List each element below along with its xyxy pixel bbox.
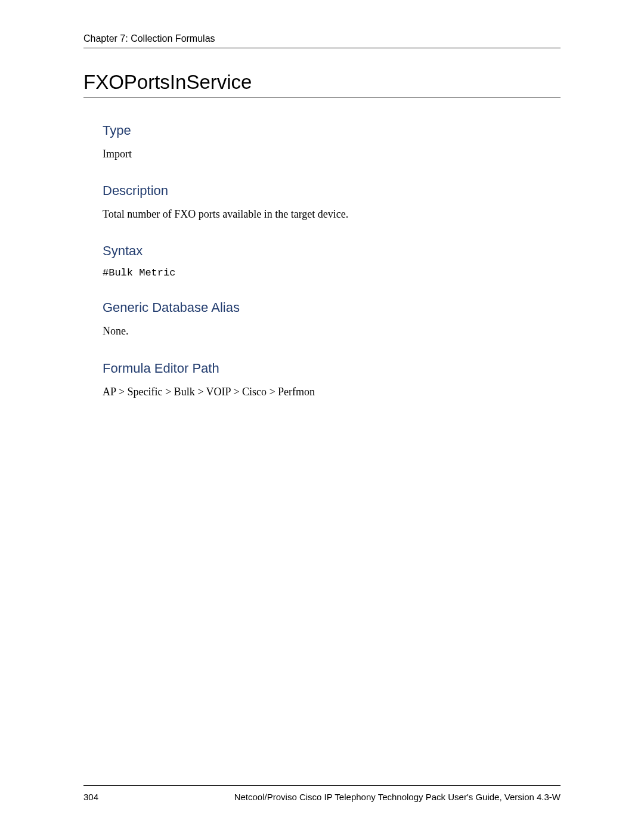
section-heading-description: Description: [103, 183, 561, 199]
document-page: Chapter 7: Collection Formulas FXOPortsI…: [0, 0, 644, 833]
section-heading-syntax: Syntax: [103, 243, 561, 259]
section-heading-alias: Generic Database Alias: [103, 300, 561, 315]
syntax-value: #Bulk Metric: [103, 267, 561, 278]
content-block: Type Import Description Total number of …: [83, 123, 561, 400]
alias-value: None.: [103, 324, 561, 339]
chapter-label: Chapter 7: Collection Formulas: [83, 33, 215, 44]
description-value: Total number of FXO ports available in t…: [103, 207, 561, 222]
section-heading-path: Formula Editor Path: [103, 361, 561, 376]
path-value: AP > Specific > Bulk > VOIP > Cisco > Pe…: [103, 385, 561, 400]
doc-title: Netcool/Proviso Cisco IP Telephony Techn…: [234, 792, 561, 802]
type-value: Import: [103, 147, 561, 162]
page-title: FXOPortsInService: [83, 71, 561, 98]
footer-row: 304 Netcool/Proviso Cisco IP Telephony T…: [83, 792, 561, 802]
page-header: Chapter 7: Collection Formulas: [83, 33, 561, 48]
page-footer: 304 Netcool/Proviso Cisco IP Telephony T…: [83, 785, 561, 802]
page-number: 304: [83, 792, 98, 802]
section-heading-type: Type: [103, 123, 561, 138]
